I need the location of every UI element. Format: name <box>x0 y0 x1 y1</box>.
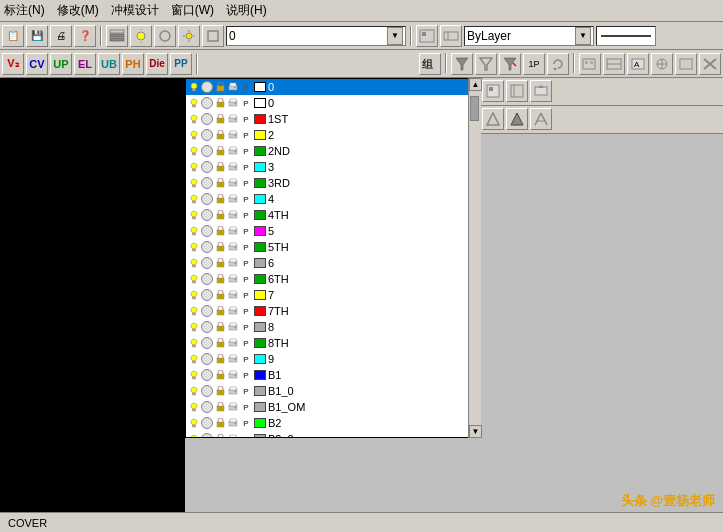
btn-up[interactable]: UP <box>50 53 72 75</box>
layer-color-box <box>254 290 266 300</box>
layer-list-item[interactable]: P0 <box>186 95 479 111</box>
layer-list-item[interactable]: P2 <box>186 127 479 143</box>
svg-point-97 <box>234 231 236 233</box>
layer-name-text: B1_0 <box>268 385 294 397</box>
main-content: P0P0P1STP2P2NDP3P3RDP4P4THP5P5THP6P6THP7… <box>0 78 723 512</box>
layer-list-item[interactable]: PB2_0 <box>186 431 479 438</box>
layer-list-item[interactable]: P4 <box>186 191 479 207</box>
layer-type-icon: P <box>240 433 252 438</box>
toolbar-btn-props1[interactable] <box>416 25 438 47</box>
rt-btn-3[interactable] <box>530 80 552 102</box>
btn-extra5[interactable] <box>675 53 697 75</box>
layer-list-item[interactable]: P7TH <box>186 303 479 319</box>
layer-list-item[interactable]: P3 <box>186 159 479 175</box>
toolbar-btn-layers[interactable] <box>106 25 128 47</box>
layer-list-item[interactable]: P5TH <box>186 239 479 255</box>
btn-ub[interactable]: UB <box>98 53 120 75</box>
layer-list-item[interactable]: P4TH <box>186 207 479 223</box>
rt-btn-2[interactable] <box>506 80 528 102</box>
btn-extra1[interactable] <box>579 53 601 75</box>
layer-list-dropdown[interactable]: P0P0P1STP2P2NDP3P3RDP4P4THP5P5THP6P6THP7… <box>185 78 480 438</box>
layer-list-item[interactable]: P6 <box>186 255 479 271</box>
btn-scale[interactable]: 1P <box>523 53 545 75</box>
btn-filter1[interactable] <box>451 53 473 75</box>
linestyle-dropdown[interactable] <box>596 26 656 46</box>
layer-list-item[interactable]: PB2 <box>186 415 479 431</box>
svg-point-158 <box>191 403 197 409</box>
right-toolbar <box>480 78 723 106</box>
layer-list-item[interactable]: P6TH <box>186 271 479 287</box>
layer-name-text: 0 <box>268 81 274 93</box>
layer-list-item[interactable]: P2ND <box>186 143 479 159</box>
layer-list-item[interactable]: P8TH <box>186 335 479 351</box>
menu-chuangkou[interactable]: 窗口(W) <box>171 2 214 19</box>
layer-list-item[interactable]: PB1_0 <box>186 383 479 399</box>
svg-rect-69 <box>193 169 196 171</box>
bylayer-arrow[interactable]: ▼ <box>575 27 591 45</box>
svg-rect-15 <box>444 32 458 40</box>
layer-list-item[interactable]: PB1_OM <box>186 399 479 415</box>
print-icon <box>227 433 239 438</box>
svg-point-128 <box>191 323 197 329</box>
svg-point-98 <box>191 243 197 249</box>
toolbar-btn-1[interactable]: 📋 <box>2 25 24 47</box>
layer-list-item[interactable]: P1ST <box>186 111 479 127</box>
scroll-thumb[interactable] <box>470 96 479 121</box>
btn-ph[interactable]: PH <box>122 53 144 75</box>
sun-circle-icon <box>201 417 213 429</box>
rt2-btn-2[interactable] <box>506 108 528 130</box>
print-icon <box>227 305 239 317</box>
layer-select-dropdown[interactable]: 0 ▼ <box>226 26 406 46</box>
toolbar-btn-light[interactable] <box>130 25 152 47</box>
svg-rect-96 <box>230 227 236 230</box>
layer-list-item[interactable]: P7 <box>186 287 479 303</box>
scroll-down-arrow[interactable]: ▼ <box>469 425 482 438</box>
btn-extra4[interactable] <box>651 53 673 75</box>
btn-extra2[interactable] <box>603 53 625 75</box>
toolbar-btn-2[interactable]: 💾 <box>26 25 48 47</box>
bulb-icon <box>188 241 200 253</box>
menu-xiugai[interactable]: 修改(M) <box>57 2 99 19</box>
layer-list-item[interactable]: P3RD <box>186 175 479 191</box>
bulb-icon <box>188 401 200 413</box>
btn-filter3[interactable] <box>499 53 521 75</box>
svg-rect-114 <box>230 275 236 278</box>
rt2-btn-3[interactable] <box>530 108 552 130</box>
btn-el[interactable]: EL <box>74 53 96 75</box>
layer-list-item[interactable]: PB1 <box>186 367 479 383</box>
btn-cv[interactable]: CV <box>26 53 48 75</box>
btn-filter2[interactable] <box>475 53 497 75</box>
dropdown-arrow[interactable]: ▼ <box>387 27 403 45</box>
btn-extra6[interactable] <box>699 53 721 75</box>
print-icon <box>227 161 239 173</box>
btn-extra3[interactable]: A <box>627 53 649 75</box>
menu-chongmo[interactable]: 冲模设计 <box>111 2 159 19</box>
layer-list-item[interactable]: P8 <box>186 319 479 335</box>
layer-list-item[interactable]: P5 <box>186 223 479 239</box>
toolbar-btn-3[interactable]: 🖨 <box>50 25 72 47</box>
btn-v2[interactable]: V₂ <box>2 53 24 75</box>
btn-group1[interactable]: 组 <box>419 53 441 75</box>
svg-marker-23 <box>553 68 557 71</box>
menu-shuoming[interactable]: 说明(H) <box>226 2 267 19</box>
btn-pp[interactable]: PP <box>170 53 192 75</box>
btn-rotate[interactable] <box>547 53 569 75</box>
toolbar-btn-sun[interactable] <box>178 25 200 47</box>
toolbar-btn-props2[interactable] <box>440 25 462 47</box>
dropdown-scrollbar[interactable]: ▲ ▼ <box>468 78 481 438</box>
rt-btn-1[interactable] <box>482 80 504 102</box>
svg-rect-25 <box>585 61 588 64</box>
scroll-up-arrow[interactable]: ▲ <box>469 78 482 91</box>
sep-3 <box>196 54 198 74</box>
layer-list-item[interactable]: P0 <box>186 79 479 95</box>
svg-rect-26 <box>590 61 593 64</box>
layer-list-item[interactable]: P9 <box>186 351 479 367</box>
toolbar-btn-circle[interactable] <box>154 25 176 47</box>
bylayer-dropdown[interactable]: ByLayer ▼ <box>464 26 594 46</box>
rt2-btn-1[interactable] <box>482 108 504 130</box>
btn-die[interactable]: Die <box>146 53 168 75</box>
menu-biaozhun[interactable]: 标注(N) <box>4 2 45 19</box>
sun-circle-icon <box>201 305 213 317</box>
toolbar-btn-4[interactable]: ❓ <box>74 25 96 47</box>
toolbar-btn-box[interactable] <box>202 25 224 47</box>
